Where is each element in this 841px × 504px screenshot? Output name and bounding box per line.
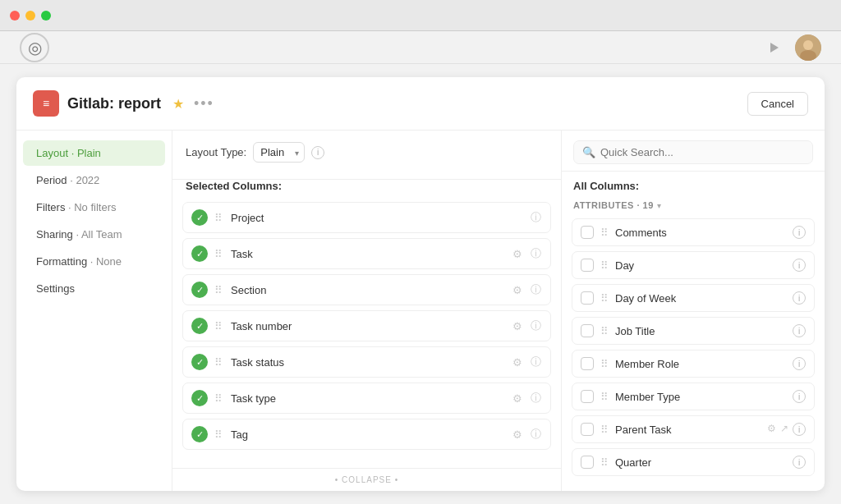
all-column-info-icon[interactable]: i bbox=[793, 324, 806, 337]
all-column-actions: i bbox=[793, 456, 806, 469]
all-column-checkbox[interactable] bbox=[581, 456, 594, 469]
maximize-dot[interactable] bbox=[41, 11, 51, 21]
all-columns-search-area: 🔍 bbox=[562, 131, 825, 172]
column-actions: ⚙ ⓘ bbox=[511, 428, 542, 441]
column-name: Task number bbox=[231, 320, 504, 332]
all-column-info-icon[interactable]: i bbox=[793, 423, 806, 436]
drag-handle-icon[interactable]: ⠿ bbox=[214, 356, 223, 369]
column-info-icon[interactable]: ⓘ bbox=[529, 283, 542, 296]
attributes-chevron-icon[interactable]: ▾ bbox=[657, 201, 661, 210]
all-column-drag-icon[interactable]: ⠿ bbox=[600, 259, 609, 272]
column-settings-icon[interactable]: ⚙ bbox=[511, 392, 524, 405]
all-column-info-icon[interactable]: i bbox=[793, 226, 806, 239]
drag-handle-icon[interactable]: ⠿ bbox=[214, 284, 223, 296]
star-icon[interactable]: ★ bbox=[172, 96, 184, 112]
play-button[interactable] bbox=[762, 36, 785, 59]
minimize-dot[interactable] bbox=[25, 11, 35, 21]
column-info-icon[interactable]: ⓘ bbox=[529, 428, 542, 441]
avatar[interactable] bbox=[795, 34, 821, 61]
report-icon: ≡ bbox=[33, 90, 59, 117]
column-info-icon[interactable]: ⓘ bbox=[529, 355, 542, 369]
column-check-icon[interactable]: ✓ bbox=[191, 209, 208, 226]
all-column-checkbox[interactable] bbox=[581, 423, 594, 436]
layout-type-label: Layout Type: bbox=[186, 146, 246, 158]
column-check-icon[interactable]: ✓ bbox=[191, 354, 208, 370]
all-column-checkbox[interactable] bbox=[581, 291, 594, 305]
all-column-checkbox[interactable] bbox=[581, 259, 594, 272]
app-header: ◎ bbox=[0, 31, 841, 64]
all-column-row: ⠿ Comments i bbox=[572, 218, 815, 246]
all-column-name: Parent Task bbox=[615, 424, 761, 436]
all-column-name: Comments bbox=[615, 227, 786, 239]
all-column-row: ⠿ Day of Week i bbox=[572, 284, 815, 312]
all-column-drag-icon[interactable]: ⠿ bbox=[600, 292, 609, 305]
all-column-drag-icon[interactable]: ⠿ bbox=[600, 227, 609, 239]
all-column-settings-icon[interactable]: ⚙ bbox=[767, 423, 776, 436]
collapse-label: • COLLAPSE • bbox=[335, 475, 398, 484]
all-column-drag-icon[interactable]: ⠿ bbox=[600, 358, 609, 370]
drag-handle-icon[interactable]: ⠿ bbox=[214, 428, 223, 441]
drag-handle-icon[interactable]: ⠿ bbox=[214, 320, 223, 332]
all-column-drag-icon[interactable]: ⠿ bbox=[600, 424, 609, 436]
all-column-checkbox[interactable] bbox=[581, 226, 594, 239]
selected-columns-title: Selected Columns: bbox=[172, 180, 561, 199]
close-dot[interactable] bbox=[10, 11, 20, 21]
column-actions: ⓘ bbox=[529, 211, 542, 224]
column-settings-icon[interactable]: ⚙ bbox=[511, 319, 524, 332]
collapse-bar[interactable]: • COLLAPSE • bbox=[172, 468, 561, 491]
app-container: ◎ ≡ bbox=[0, 31, 841, 504]
all-column-name: Member Role bbox=[615, 358, 786, 370]
all-column-info-icon[interactable]: i bbox=[793, 390, 806, 403]
cancel-button[interactable]: Cancel bbox=[747, 92, 808, 116]
sidebar-item-period[interactable]: Period · 2022 bbox=[23, 167, 165, 193]
all-column-row: ⠿ Member Role i bbox=[572, 350, 815, 378]
column-settings-icon[interactable]: ⚙ bbox=[511, 247, 524, 260]
column-settings-icon[interactable]: ⚙ bbox=[511, 428, 524, 441]
all-column-checkbox[interactable] bbox=[581, 357, 594, 370]
sidebar-item-formatting[interactable]: Formatting · None bbox=[23, 249, 165, 274]
all-column-info-icon[interactable]: i bbox=[793, 357, 806, 370]
column-check-icon[interactable]: ✓ bbox=[191, 318, 208, 334]
drag-handle-icon[interactable]: ⠿ bbox=[214, 212, 223, 224]
column-name: Section bbox=[231, 284, 504, 296]
column-info-icon[interactable]: ⓘ bbox=[529, 211, 542, 224]
sidebar-item-layout[interactable]: Layout · Plain bbox=[23, 140, 165, 166]
all-column-info-icon[interactable]: i bbox=[793, 259, 806, 272]
all-column-row: ⠿ Job Title i bbox=[572, 317, 815, 345]
main-content: ≡ Gitlab: report ★ ••• Cancel Layout · P… bbox=[0, 64, 841, 504]
drag-handle-icon[interactable]: ⠿ bbox=[214, 392, 223, 405]
sidebar-item-sharing[interactable]: Sharing · All Team bbox=[23, 222, 165, 247]
layout-type-select[interactable]: Plain bbox=[253, 142, 305, 163]
all-column-name: Member Type bbox=[615, 391, 786, 403]
all-column-info-icon[interactable]: i bbox=[793, 291, 806, 305]
column-info-icon[interactable]: ⓘ bbox=[529, 247, 542, 260]
drag-handle-icon[interactable]: ⠿ bbox=[214, 248, 223, 260]
sidebar-item-filters[interactable]: Filters · No filters bbox=[23, 195, 165, 220]
column-settings-icon[interactable]: ⚙ bbox=[511, 283, 524, 296]
report-body: Layout · PlainPeriod · 2022Filters · No … bbox=[16, 131, 825, 491]
all-column-drag-icon[interactable]: ⠿ bbox=[600, 391, 609, 403]
column-check-icon[interactable]: ✓ bbox=[191, 282, 208, 298]
column-check-icon[interactable]: ✓ bbox=[191, 390, 208, 406]
all-column-extra-icon[interactable]: ↗ bbox=[780, 423, 788, 436]
columns-panel: Layout Type: Plain i Selected Columns: ✓ bbox=[172, 131, 562, 491]
all-column-checkbox[interactable] bbox=[581, 390, 594, 403]
column-info-icon[interactable]: ⓘ bbox=[529, 319, 542, 332]
column-info-icon[interactable]: ⓘ bbox=[529, 392, 542, 405]
column-check-icon[interactable]: ✓ bbox=[191, 245, 208, 262]
more-options-icon[interactable]: ••• bbox=[194, 95, 214, 112]
layout-type-row: Layout Type: Plain i bbox=[186, 142, 548, 163]
all-column-drag-icon[interactable]: ⠿ bbox=[600, 325, 609, 337]
all-column-info-icon[interactable]: i bbox=[793, 456, 806, 469]
all-column-drag-icon[interactable]: ⠿ bbox=[600, 456, 609, 469]
sidebar-item-settings[interactable]: Settings bbox=[23, 276, 165, 301]
column-actions: ⚙ ⓘ bbox=[511, 247, 542, 260]
column-check-icon[interactable]: ✓ bbox=[191, 426, 208, 442]
all-columns-panel: 🔍 All Columns: ATTRIBUTES · 19 ▾ ⠿ Comme… bbox=[562, 131, 825, 491]
search-input[interactable] bbox=[600, 146, 804, 158]
all-column-checkbox[interactable] bbox=[581, 324, 594, 337]
column-name: Tag bbox=[231, 428, 504, 441]
svg-point-2 bbox=[803, 40, 813, 50]
layout-type-info-icon[interactable]: i bbox=[311, 146, 324, 159]
column-settings-icon[interactable]: ⚙ bbox=[511, 355, 524, 369]
